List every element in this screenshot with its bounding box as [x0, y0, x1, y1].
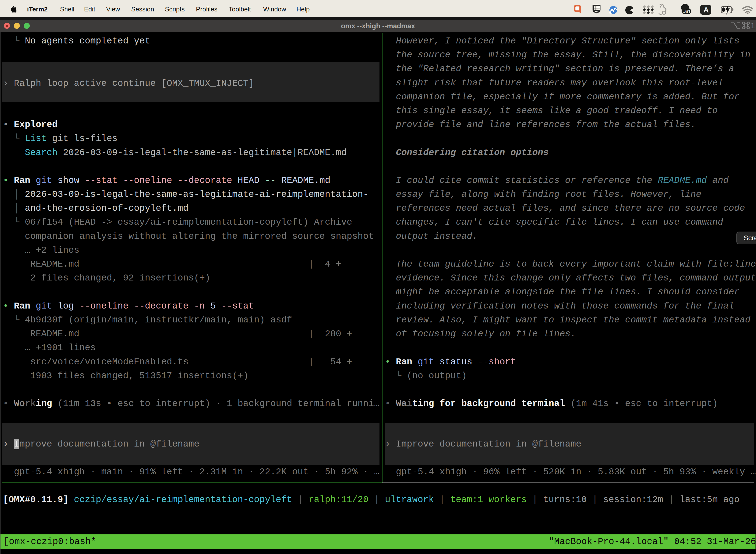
- svg-text:..61: ..61: [683, 9, 691, 14]
- svg-text:A: A: [703, 6, 709, 14]
- svg-text:1: 1: [751, 21, 755, 30]
